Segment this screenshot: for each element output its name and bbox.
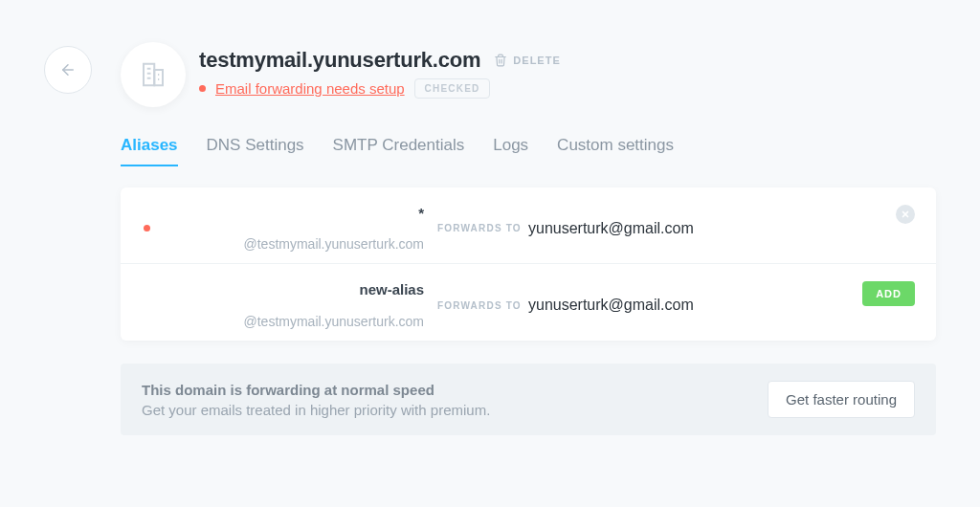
trash-icon: [494, 54, 507, 67]
alias-domain-suffix: @testmymail.yunuserturk.com: [150, 236, 424, 252]
alias-name: *: [150, 205, 424, 221]
banner-subtitle: Get your emails treated in higher priori…: [142, 402, 490, 418]
back-button[interactable]: [44, 46, 92, 94]
arrow-left-icon: [59, 61, 77, 78]
svg-rect-1: [144, 64, 154, 86]
alias-destination: yunuserturk@gmail.com: [528, 220, 913, 237]
new-alias-input[interactable]: [150, 281, 424, 298]
tab-custom-settings[interactable]: Custom settings: [557, 136, 674, 166]
tab-smtp-credentials[interactable]: SMTP Credentials: [333, 136, 465, 166]
forwards-to-label: FORWARDS TO: [437, 223, 528, 233]
svg-rect-2: [154, 70, 163, 85]
remove-alias-button[interactable]: [896, 205, 915, 224]
aliases-card: * @testmymail.yunuserturk.com FORWARDS T…: [121, 187, 936, 341]
status-dot-icon: [144, 225, 150, 231]
setup-warning-link[interactable]: Email forwarding needs setup: [215, 80, 405, 97]
alias-domain-suffix: @testmymail.yunuserturk.com: [150, 314, 424, 329]
domain-avatar: [121, 42, 186, 107]
delete-label: DELETE: [513, 55, 560, 66]
forwards-to-label: FORWARDS TO: [437, 300, 528, 311]
get-faster-routing-button[interactable]: Get faster routing: [768, 381, 915, 418]
domain-title: testmymail.yunuserturk.com: [199, 48, 480, 73]
banner-title: This domain is forwarding at normal spee…: [142, 382, 490, 398]
new-destination-input[interactable]: [528, 297, 913, 314]
status-dot-icon: [199, 85, 206, 92]
alias-row-new: @testmymail.yunuserturk.com FORWARDS TO …: [121, 264, 936, 341]
tab-logs[interactable]: Logs: [493, 136, 528, 166]
delete-domain-button[interactable]: DELETE: [494, 54, 560, 67]
alias-row: * @testmymail.yunuserturk.com FORWARDS T…: [121, 187, 936, 264]
close-icon: [901, 209, 910, 219]
tab-dns-settings[interactable]: DNS Settings: [207, 136, 304, 166]
building-icon: [139, 60, 167, 89]
add-alias-button[interactable]: ADD: [862, 281, 915, 306]
tab-aliases[interactable]: Aliases: [121, 136, 178, 166]
tabs: Aliases DNS Settings SMTP Credentials Lo…: [121, 136, 936, 166]
page-header: testmymail.yunuserturk.com DELETE Email …: [121, 42, 936, 107]
checked-button[interactable]: CHECKED: [414, 78, 491, 99]
upsell-banner: This domain is forwarding at normal spee…: [121, 364, 936, 435]
